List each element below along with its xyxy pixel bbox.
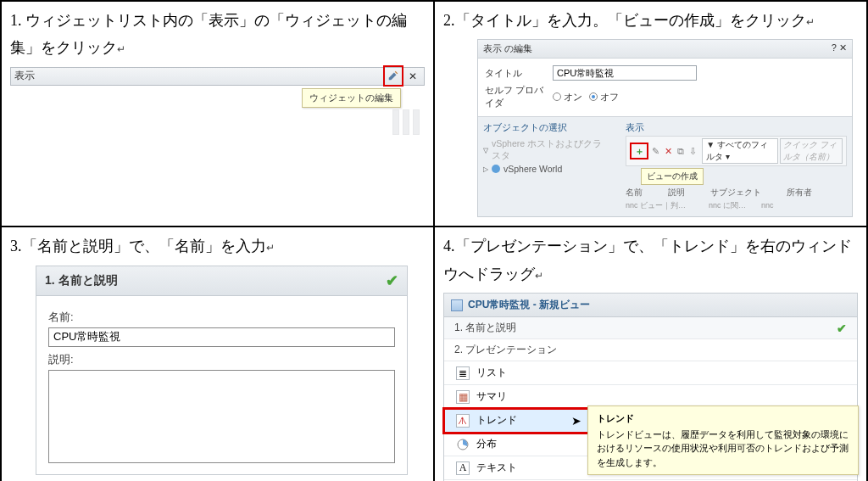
background-widgets	[10, 109, 425, 135]
trend-tooltip: トレンド トレンドビューは、履歴データを利用して監視対象の環境におけるリソースの…	[587, 405, 859, 475]
name-desc-form: 1. 名前と説明 ✔ 名前: 説明:	[36, 266, 408, 475]
step-3-instruction: 3.「名前と説明」で、「名前」を入力↵	[10, 232, 425, 260]
radio-on[interactable]: オン	[553, 91, 582, 103]
column-headers: 名前説明サブジェクト所有者	[626, 187, 847, 199]
sample-row: nnc ビュー｜判… nnc に関… nnc	[626, 200, 847, 211]
new-view-wizard: CPU常時監視 - 新規ビュー 1. 名前と説明 ✔ 2. プレゼンテーション …	[443, 293, 858, 481]
create-view-tooltip: ビューの作成	[641, 168, 704, 185]
form3-header: 1. 名前と説明 ✔	[36, 266, 407, 296]
edit-icon[interactable]: ✎	[650, 144, 661, 158]
close-icon[interactable]: ✕	[405, 69, 420, 84]
tree-header: オブジェクトの選択	[483, 122, 610, 134]
wizard-title: CPU常時監視 - 新規ビュー	[444, 294, 857, 317]
type-label: リスト	[476, 366, 507, 380]
view-toolbar: ＋ ✎ ✕ ⧉ ⇩ ▼ すべてのフィルタ ▾ クイック フィルタ（名前）	[626, 136, 847, 166]
clone-icon[interactable]: ⧉	[676, 144, 687, 158]
create-view-highlight: ＋	[630, 143, 648, 159]
export-icon[interactable]: ⇩	[687, 144, 698, 158]
cursor-icon: ➤	[571, 414, 581, 428]
delete-icon[interactable]: ✕	[663, 144, 674, 158]
desc-textarea[interactable]	[48, 370, 395, 463]
text-icon: A	[456, 461, 470, 475]
dialog-title-text: 表示 の編集	[483, 42, 532, 55]
name-input[interactable]	[48, 327, 395, 347]
quick-filter-input[interactable]: クイック フィルタ（名前）	[780, 138, 843, 164]
label-name: 名前:	[48, 310, 395, 325]
step-presentation[interactable]: 2. プレゼンテーション	[444, 339, 857, 361]
type-label: トレンド	[476, 413, 517, 428]
step-2-cell: 2.「タイトル」を入力。「ビューの作成」をクリック↵ 表示 の編集 ? ✕ タイ…	[434, 1, 867, 227]
trend-icon: ⩚	[456, 414, 470, 428]
filter-dropdown[interactable]: ▼ すべてのフィルタ ▾	[702, 138, 778, 164]
list-icon: ≣	[456, 366, 470, 380]
grid-icon	[451, 299, 463, 311]
edit-dialog: 表示 の編集 ? ✕ タイトル セルフ プロバイダ オン オフ オブジェクトの選…	[477, 39, 853, 217]
step-name-desc[interactable]: 1. 名前と説明 ✔	[444, 317, 857, 339]
title-input[interactable]	[553, 65, 697, 81]
plus-icon[interactable]: ＋	[632, 144, 646, 158]
step-3-cell: 3.「名前と説明」で、「名前」を入力↵ 1. 名前と説明 ✔ 名前: 説明: ↵	[1, 227, 434, 481]
display-header: 表示	[626, 122, 847, 134]
widget-bar: 表示 ✕	[10, 67, 425, 86]
trend-tooltip-title: トレンド	[597, 411, 849, 426]
type-label: 分布	[476, 437, 497, 451]
display-area: 表示 ＋ ✎ ✕ ⧉ ⇩ ▼ すべてのフィルタ ▾ クイック フィルタ（名前） …	[626, 122, 847, 211]
check-icon: ✔	[386, 271, 398, 290]
step-4-instruction: 4.「プレゼンテーション」で、「トレンド」を右のウィンドウへドラッグ↵	[443, 232, 858, 288]
label-provider: セルフ プロバイダ	[485, 84, 546, 109]
step-4-cell: 4.「プレゼンテーション」で、「トレンド」を右のウィンドウへドラッグ↵ CPU常…	[434, 227, 867, 481]
step-1-instruction: 1. ウィジェットリスト内の「表示」の「ウィジェットの編集」をクリック↵	[10, 7, 425, 62]
object-tree: オブジェクトの選択 ▽vSphere ホストおよびクラスタ ▷vSphere W…	[483, 122, 610, 211]
subpanel: オブジェクトの選択 ▽vSphere ホストおよびクラスタ ▷vSphere W…	[478, 116, 852, 216]
tree-node-1[interactable]: ▽vSphere ホストおよびクラスタ	[483, 137, 610, 163]
label-desc: 説明:	[48, 352, 395, 367]
type-label: サマリ	[476, 389, 507, 404]
edit-widget-tooltip: ウィジェットの編集	[302, 88, 401, 108]
step-1-cell: 1. ウィジェットリスト内の「表示」の「ウィジェットの編集」をクリック↵ 表示 …	[1, 1, 434, 227]
check-icon: ✔	[837, 322, 847, 335]
trend-tooltip-body: トレンドビューは、履歴データを利用して監視対象の環境におけるリソースの使用状況や…	[597, 428, 849, 470]
pencil-icon[interactable]	[386, 68, 401, 83]
tree-node-2[interactable]: ▷vSphere World	[483, 163, 610, 175]
widget-title: 表示	[14, 69, 35, 83]
edit-widget-highlight	[383, 65, 403, 87]
dialog-titlebar: 表示 の編集 ? ✕	[478, 40, 852, 59]
summary-icon: ▦	[456, 390, 470, 404]
dialog-controls[interactable]: ? ✕	[832, 42, 847, 55]
label-title: タイトル	[485, 67, 546, 80]
type-label: テキスト	[476, 461, 517, 475]
radio-off[interactable]: オフ	[589, 91, 619, 103]
type-list[interactable]: ≣ リスト	[444, 361, 857, 385]
distribution-icon	[456, 438, 470, 451]
step-2-instruction: 2.「タイトル」を入力。「ビューの作成」をクリック↵	[443, 7, 858, 34]
